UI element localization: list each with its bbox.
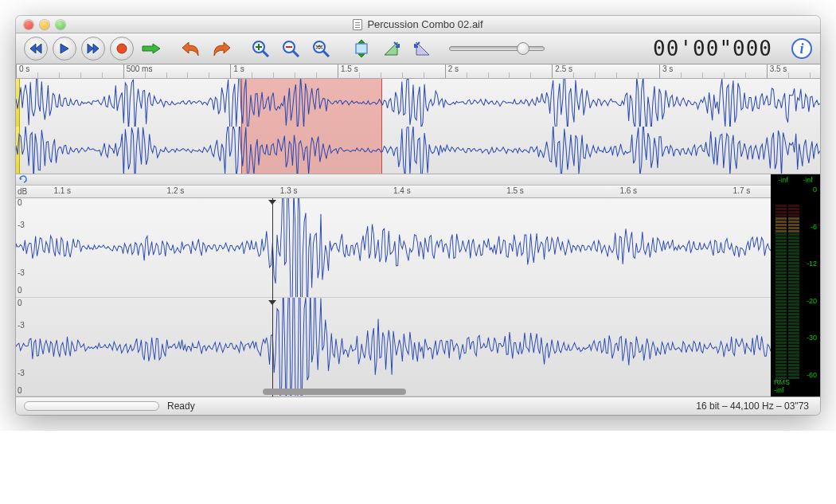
ruler-tick: 0 s (16, 64, 29, 78)
loop-region-icon (19, 175, 29, 183)
title-text: Percussion Combo 02.aif (367, 18, 482, 30)
detail-channel-left (16, 198, 771, 298)
playhead-marker-mid-icon (268, 299, 276, 305)
info-button[interactable]: i (791, 38, 812, 59)
ruler-tick: 2 s (445, 64, 459, 78)
detail-ruler[interactable]: 1.1 s1.2 s1.3 s1.4 s1.5 s1.6 s1.7 s (16, 186, 771, 198)
detail-ruler-tick: 1.2 s (167, 186, 185, 195)
titlebar: Percussion Combo 02.aif (16, 16, 820, 33)
undo-button[interactable] (178, 37, 204, 60)
overview-ruler[interactable]: 0 s500 ms1 s1.5 s2 s2.5 s3 s3.5 s (16, 64, 820, 79)
vertical-fit-button[interactable] (349, 37, 374, 60)
svg-point-0 (117, 44, 127, 53)
fade-out-button[interactable] (409, 37, 435, 60)
file-info: 16 bit – 44,100 Hz – 03"73 (696, 400, 820, 412)
meter-value: -inf (774, 387, 790, 395)
progress-bar (24, 401, 159, 411)
meter-bars (775, 186, 799, 379)
detail-ruler-tick: 1.5 s (506, 186, 524, 195)
ruler-tick: 500 ms (123, 64, 153, 78)
svg-point-3 (314, 41, 325, 53)
play-button[interactable] (53, 37, 76, 61)
detail-row: 1.1 s1.2 s1.3 s1.4 s1.5 s1.6 s1.7 s dB 0… (16, 174, 820, 397)
playhead-cursor[interactable] (272, 198, 273, 397)
document-icon (353, 19, 362, 30)
detail-ruler-tick: 1.6 s (619, 186, 637, 195)
detail-ruler-tick: 1.3 s (280, 186, 298, 195)
close-icon[interactable] (24, 20, 33, 29)
detail-scrollbar[interactable] (263, 389, 406, 395)
detail-ruler-tick: 1.4 s (393, 186, 411, 195)
detail-channel-right (16, 298, 771, 397)
fast-forward-button[interactable] (81, 37, 105, 61)
status-text: Ready (167, 400, 195, 412)
zoom-in-button[interactable] (248, 37, 274, 60)
meter-peak-left: -inf (778, 176, 788, 184)
overview-channel-left (16, 79, 820, 127)
slider-thumb-icon[interactable] (517, 42, 529, 55)
detail-ruler-tick: 1.7 s (733, 186, 751, 195)
window-title: Percussion Combo 02.aif (16, 18, 820, 30)
ruler-tick: 1.5 s (338, 64, 358, 78)
toolbar: 00'00"000 i (16, 33, 820, 64)
playhead-marker-top-icon (268, 198, 276, 205)
go-button[interactable] (139, 37, 164, 60)
zoom-icon[interactable] (56, 20, 65, 29)
detail-ruler-tick: 1.1 s (53, 186, 71, 195)
record-button[interactable] (110, 37, 134, 61)
meter-peak-right: -inf (803, 176, 813, 184)
overview-waveform[interactable] (16, 79, 820, 174)
level-meter: -inf -inf 0 -6 -12 -20 -30 -60 RMS -inf (771, 174, 820, 397)
minimize-icon[interactable] (40, 20, 49, 29)
overview-channel-right (16, 127, 820, 174)
detail-panel[interactable]: 1.1 s1.2 s1.3 s1.4 s1.5 s1.6 s1.7 s dB 0… (16, 174, 771, 397)
ruler-tick: 3.5 s (767, 64, 787, 78)
ruler-tick: 3 s (659, 64, 673, 78)
fade-in-button[interactable] (379, 37, 404, 60)
status-bar: Ready 16 bit – 44,100 Hz – 03"73 (16, 397, 820, 415)
window-controls (16, 20, 65, 29)
zoom-out-button[interactable] (279, 37, 304, 60)
redo-button[interactable] (209, 37, 234, 60)
loop-header[interactable] (16, 174, 771, 186)
time-counter: 00'00"000 (653, 37, 777, 61)
volume-slider[interactable] (449, 46, 545, 51)
meter-scale: 0 -6 -12 -20 -30 -60 (807, 186, 817, 379)
ruler-tick: 2.5 s (552, 64, 572, 78)
svg-rect-4 (356, 44, 367, 53)
audio-editor-window: Percussion Combo 02.aif (16, 16, 820, 415)
rewind-button[interactable] (24, 37, 48, 61)
zoom-fit-button[interactable] (309, 37, 334, 60)
ruler-tick: 1 s (230, 64, 244, 78)
